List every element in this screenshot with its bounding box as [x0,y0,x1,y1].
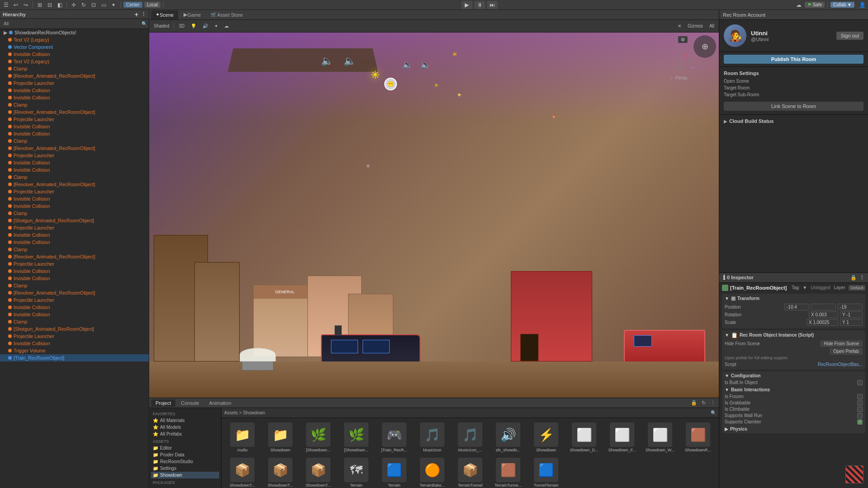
asset-item-15[interactable]: 📦ShowdownT... [300,456,336,488]
hier-item-5[interactable]: [Revolver_Animated_RecRoomObject] [0,72,149,80]
hier-item-0[interactable]: Text V2 (Legacy) [0,36,149,43]
asset-item-21[interactable]: 🟦TunnelTerrain [528,456,564,488]
scene-tab-game[interactable]: ▶ Game [179,10,205,19]
position-x[interactable] [784,304,809,310]
asset-item-7[interactable]: 🔊sfx_showdo... [490,421,526,454]
hier-item-17[interactable]: Invisible Collision [0,159,149,166]
hier-item-6[interactable]: Projectile Launcher [0,80,149,87]
sound-toggle[interactable]: 🔊 [201,23,210,29]
animation-tab[interactable]: Animation [205,399,236,407]
sidebar-settings[interactable]: 📁 Settings [151,465,219,472]
hier-item-43[interactable]: Trigger Volume [0,347,149,354]
asset-item-6[interactable]: 🎵MusicIcon_... [452,421,488,454]
rect-icon[interactable]: ▭ [99,1,108,9]
sidebar-rec-room-studio[interactable]: 📁 RecRoomStudio [151,458,219,465]
account-icon[interactable]: 👤 [858,1,866,9]
hier-item-22[interactable]: Invisible Collision [0,195,149,202]
light-toggle[interactable]: 💡 [189,23,198,29]
transform-icon[interactable]: ✦ [109,1,118,9]
rotation-x[interactable] [809,311,838,318]
hier-item-31[interactable]: Projectile Launcher [0,260,149,267]
hier-item-28[interactable]: Invisible Collision [0,239,149,246]
sidebar-all-models[interactable]: ⭐ All Models [151,424,219,431]
3d-toggle[interactable]: 3D [177,23,186,29]
hier-item-3[interactable]: Text V2 (Legacy) [0,58,149,65]
hier-item-2[interactable]: Invisible Collision [0,51,149,58]
hier-item-21[interactable]: Projectile Launcher [0,188,149,195]
supports-wall-run-checkbox[interactable] [857,413,863,418]
sign-out-button[interactable]: Sign out [836,32,863,40]
hier-item-13[interactable]: Invisible Collision [0,130,149,137]
hier-item-14[interactable]: Clamp [0,137,149,145]
hier-item-34[interactable]: Clamp [0,282,149,289]
hier-item-20[interactable]: [Revolver_Animated_RecRoomObject] [0,181,149,188]
hier-item-35[interactable]: [Revolver_Animated_RecRoomObject] [0,289,149,296]
hier-item-16[interactable]: Projectile Launcher [0,152,149,159]
scene-viewport[interactable]: 🔈 🔈 🔈 🔈 ✳ ✳ ✳ ↑ [149,33,719,398]
asset-item-8[interactable]: ⚡Showdown [528,421,564,454]
hier-item-33[interactable]: Invisible Collision [0,275,149,282]
asset-item-5[interactable]: 🎵MusicIcon [414,421,450,454]
hierarchy-all-tab[interactable]: All [2,21,10,27]
asset-item-2[interactable]: 🌿[Showdown... [300,421,336,454]
hier-item-9[interactable]: Clamp [0,101,149,108]
hier-item-19[interactable]: Clamp [0,174,149,181]
asset-item-13[interactable]: 📦ShowdownT... [224,456,260,488]
inspector-lock-icon[interactable]: 🔒 [850,275,857,281]
hier-item-12[interactable]: Invisible Collision [0,123,149,130]
hier-item-4[interactable]: Clamp [0,65,149,72]
hier-item-29[interactable]: Clamp [0,246,149,253]
hier-item-26[interactable]: Projectile Launcher [0,224,149,231]
hier-item-25[interactable]: [Shotgun_Animated_RecRoomObject] [0,217,149,224]
publish-btn[interactable]: Publish This Room [724,55,863,64]
project-options-icon[interactable]: ⋮ [708,400,717,406]
asset-item-1[interactable]: 📁Showdown [262,421,298,454]
is-climbable-checkbox[interactable] [857,407,863,412]
pause-button[interactable]: ⏸ [474,1,485,9]
asset-item-4[interactable]: 🎮[Train_RecR... [376,421,412,454]
cloud-icon[interactable]: ☁ [795,1,803,9]
hide-from-scene-btn[interactable]: Hide From Scene [820,340,863,347]
asset-item-11[interactable]: ⬜Showdown_W... [642,421,678,454]
sidebar-all-prefabs[interactable]: ⭐ All Prefabs [151,431,219,437]
obj-active-checkbox[interactable] [722,285,728,291]
hier-item-18[interactable]: Invisible Collision [0,166,149,174]
tag-dropdown[interactable]: ▼ [802,285,807,290]
undo-icon[interactable]: ↩ [12,1,20,9]
scene-tab-asset-store[interactable]: 🛒 Asset Store [206,10,247,19]
gizmos-btn[interactable]: Gizmos [686,23,705,29]
hier-item-27[interactable]: Invisible Collision [0,231,149,239]
inspector-options-icon[interactable]: ⋮ [859,275,864,281]
search-icon[interactable]: 🔍 [711,410,716,415]
asset-item-10[interactable]: ⬜Showdown_F... [604,421,640,454]
scale-y[interactable] [840,319,863,326]
rotation-y[interactable] [840,311,863,318]
asset-item-18[interactable]: 🟠TerrainBake... [414,456,450,488]
scale-x[interactable] [807,319,838,326]
shaded-dropdown[interactable]: Shaded [152,23,171,29]
scene-close-btn[interactable]: ✕ [676,23,683,29]
hier-root-item[interactable]: ▶ ShowdownRecRoomObjects! [0,29,149,36]
is-grabbable-checkbox[interactable] [857,400,863,406]
hier-item-38[interactable]: Invisible Collision [0,311,149,318]
scene-tab-scene[interactable]: ✦ Scene [151,10,178,19]
project-lock-icon[interactable]: 🔒 [689,400,699,406]
hier-item-7[interactable]: Invisible Collision [0,87,149,94]
link-scene-btn[interactable]: Link Scene to Room [724,102,863,111]
position-y[interactable] [811,304,836,310]
asset-item-0[interactable]: 📁Audio [224,421,260,454]
asset-item-9[interactable]: ⬜Showdown_D... [566,421,602,454]
supports-clamber-checkbox[interactable]: ✓ [857,419,863,425]
collab-btn[interactable]: Collab ▼ [830,2,854,8]
play-button[interactable]: ▶ [462,1,472,9]
hier-item-8[interactable]: Invisible Collision [0,94,149,101]
hier-item-32[interactable]: Invisible Collision [0,267,149,275]
safe-btn[interactable]: ⚑ Safe [805,2,825,8]
sidebar-all-materials[interactable]: ⭐ All Materials [151,417,219,424]
layers-icon[interactable]: ◧ [56,1,64,9]
hier-item-10[interactable]: [Revolver_Animated_RecRoomObject] [0,108,149,116]
project-refresh-icon[interactable]: ↻ [700,400,708,406]
asset-item-16[interactable]: 🗺Terrain [338,456,374,488]
hierarchy-search-icon[interactable]: 🔍 [142,21,147,26]
grid-icon[interactable]: ⊞ [36,1,44,9]
